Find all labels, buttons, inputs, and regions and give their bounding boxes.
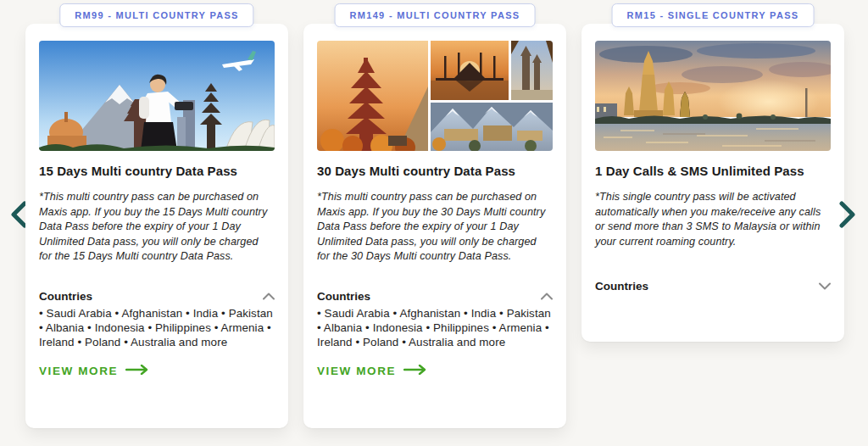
chevron-right-icon <box>838 201 857 231</box>
carousel-next-button[interactable] <box>836 201 860 230</box>
pass-card-1-day-calls-sms: RM15 - SINGLE COUNTRY PASS <box>581 24 844 342</box>
pass-description: *This single country pass will be activa… <box>595 190 829 249</box>
card-image-travel-landmarks <box>39 41 275 151</box>
countries-accordion-toggle[interactable]: Countries <box>39 290 275 303</box>
pass-description: *This multi country pass can be purchase… <box>39 190 273 265</box>
card-image-temple-sunset <box>595 41 831 151</box>
pass-card-15-days-multi: RM99 - MULTI COUNTRY PASS <box>25 24 288 428</box>
countries-label: Countries <box>317 290 370 303</box>
pass-title: 30 Days Multi country Data Pass <box>317 164 553 178</box>
countries-accordion-toggle[interactable]: Countries <box>317 290 553 303</box>
card-image-landmark-collage <box>317 41 553 151</box>
view-more-label: VIEW MORE <box>39 365 118 377</box>
pass-title: 15 Days Multi country Data Pass <box>39 164 275 178</box>
roaming-pass-carousel: RM99 - MULTI COUNTRY PASS <box>0 0 868 446</box>
view-more-link[interactable]: VIEW MORE <box>317 365 427 377</box>
view-more-label: VIEW MORE <box>317 365 396 377</box>
view-more-link[interactable]: VIEW MORE <box>39 365 149 377</box>
pass-description: *This multi country pass can be purchase… <box>317 190 551 265</box>
countries-list: • Saudi Arabia • Afghanistan • India • P… <box>39 306 275 349</box>
countries-label: Countries <box>39 290 92 303</box>
chevron-down-icon[interactable] <box>819 282 831 290</box>
arrow-right-icon <box>125 365 149 377</box>
chevron-up-icon[interactable] <box>263 293 275 300</box>
pass-title: 1 Day Calls & SMS Unlimited Pass <box>595 164 831 178</box>
countries-list: • Saudi Arabia • Afghanistan • India • P… <box>317 306 553 349</box>
pass-card-30-days-multi: RM149 - MULTI COUNTRY PASS <box>303 24 566 428</box>
price-badge: RM15 - SINGLE COUNTRY PASS <box>612 3 815 27</box>
arrow-right-icon <box>403 365 427 377</box>
price-badge: RM149 - MULTI COUNTRY PASS <box>335 3 536 27</box>
countries-label: Countries <box>595 280 648 293</box>
price-badge: RM99 - MULTI COUNTRY PASS <box>59 3 253 27</box>
countries-accordion-toggle[interactable]: Countries <box>595 280 831 293</box>
chevron-up-icon[interactable] <box>541 293 553 300</box>
